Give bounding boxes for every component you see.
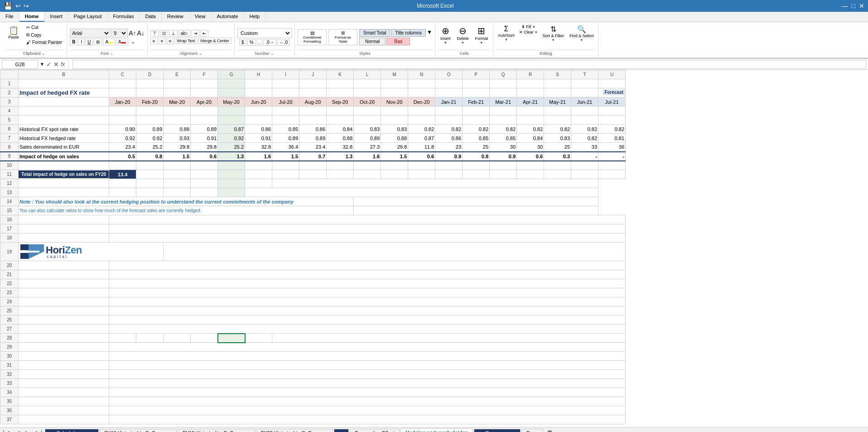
formula-bar-verify-icon[interactable]: ✓ — [46, 61, 52, 68]
tab-add-btn[interactable]: ⊕ — [544, 428, 555, 432]
number-format-dropdown[interactable]: Custom — [237, 28, 292, 38]
font-size-select[interactable]: 9 — [111, 29, 128, 38]
delete-dropdown-arrow[interactable]: ▼ — [461, 41, 464, 45]
col-header-b[interactable]: B — [19, 70, 109, 79]
tab-calculations[interactable]: --- Calculations >>> — [45, 429, 98, 432]
formula-input[interactable] — [72, 60, 866, 69]
find-dropdown-arrow[interactable]: ▼ — [580, 38, 583, 42]
tab-home[interactable]: Home — [19, 12, 45, 22]
align-right-button[interactable]: ≡ — [167, 38, 174, 44]
tab-fy19[interactable]: FY19 Historical to C. Currency — [178, 429, 255, 432]
col-header-l[interactable]: L — [354, 70, 381, 79]
undo-icon[interactable]: ↩ — [15, 2, 21, 10]
format-cells-button[interactable]: ⊞ Format ▼ — [473, 24, 490, 46]
indent-dec-button[interactable]: ⇤ — [200, 30, 208, 37]
tab-fy18[interactable]: FY18 Historical to C. Currency — [100, 429, 177, 432]
tab-automate[interactable]: Automate — [211, 12, 244, 22]
col-header-f[interactable]: F — [191, 70, 218, 79]
col-header-h[interactable]: H — [245, 70, 272, 79]
align-left-button[interactable]: ≡ — [150, 38, 158, 44]
tab-insert[interactable]: Insert — [44, 12, 68, 22]
align-center-button[interactable]: ≡ — [159, 38, 166, 44]
decrease-font-icon[interactable]: A↓ — [137, 29, 144, 37]
format-dropdown-arrow[interactable]: ▼ — [480, 41, 483, 45]
col-header-o[interactable]: O — [435, 70, 463, 79]
tab-fy20[interactable]: FY20 Historical to C. Currency — [256, 429, 333, 432]
col-header-i[interactable]: I — [272, 70, 299, 79]
styles-expand-icon[interactable]: ▼ — [427, 29, 432, 37]
col-header-u[interactable]: U — [598, 70, 626, 79]
tab-file[interactable]: File — [0, 12, 19, 22]
col-header-m[interactable]: M — [381, 70, 408, 79]
copy-button[interactable]: ⧉ Copy — [24, 31, 64, 39]
autosum-dropdown-arrow[interactable]: ▼ — [505, 38, 508, 42]
tab-data[interactable]: Data — [140, 12, 161, 22]
sort-filter-dropdown-arrow[interactable]: ▼ — [551, 38, 555, 42]
tab-next-btn[interactable]: ▶ — [23, 429, 33, 432]
col-header-e[interactable]: E — [164, 70, 191, 79]
border-button[interactable]: ⊞ — [94, 39, 102, 45]
find-select-button[interactable]: 🔍 Find & Select ▼ — [568, 24, 596, 43]
fill-color-button[interactable]: A — [103, 39, 115, 45]
sheet-area[interactable]: B C D E F G H I J K L M N O P Q R — [0, 70, 868, 427]
sort-filter-button[interactable]: ⇅ Sort & Filter ▼ — [540, 24, 566, 43]
align-bottom-button[interactable]: ⊥ — [169, 30, 178, 37]
font-expand-icon[interactable]: ⌄ — [131, 39, 135, 45]
fill-dropdown-arrow[interactable]: ▼ — [532, 25, 535, 29]
tab-first-btn[interactable]: |◀ — [0, 429, 12, 432]
tab-formulas[interactable]: Formulas — [108, 12, 140, 22]
col-header-r[interactable]: R — [517, 70, 544, 79]
col-header-t[interactable]: T — [571, 70, 598, 79]
col-header-n[interactable]: N — [408, 70, 435, 79]
cut-button[interactable]: ✂ Cut — [24, 24, 64, 31]
tab-help[interactable]: Help — [244, 12, 266, 22]
fill-button[interactable]: ⬇ Fill ▼ — [521, 24, 536, 29]
align-top-button[interactable]: ⊤ — [150, 30, 159, 37]
indent-inc-button[interactable]: ⇥ — [191, 30, 199, 37]
redo-icon[interactable]: ↪ — [24, 2, 29, 10]
delete-cells-button[interactable]: ⊖ Delete ▼ — [454, 24, 471, 46]
tab-review[interactable]: Review — [162, 12, 189, 22]
tab-last-btn[interactable]: ▶| — [33, 429, 45, 432]
tab-page-layout[interactable]: Page Layout — [68, 12, 108, 22]
bad-style-button[interactable]: Bad — [386, 38, 410, 45]
insert-cells-button[interactable]: ⊕ Insert ▼ — [438, 24, 453, 46]
col-header-k[interactable]: K — [327, 70, 354, 79]
formula-bar-cancel-icon[interactable]: ✕ — [53, 61, 59, 68]
title-columns-button[interactable]: Title columns — [391, 29, 426, 37]
maximize-btn[interactable]: □ — [852, 2, 855, 10]
tab-dash1[interactable]: --- — [334, 429, 349, 432]
tab-view[interactable]: View — [189, 12, 212, 22]
smart-total-button[interactable]: Smart Total — [359, 29, 390, 37]
increase-font-icon[interactable]: A↑ — [129, 29, 136, 37]
align-middle-button[interactable]: ⊡ — [160, 30, 168, 37]
tab-revenue[interactable]: --- Revenue >>> — [474, 429, 520, 432]
clear-dropdown-arrow[interactable]: ▼ — [535, 30, 538, 34]
bold-button[interactable]: B — [70, 39, 77, 45]
col-header-s[interactable]: S — [544, 70, 571, 79]
col-header-g[interactable]: G — [218, 70, 245, 79]
paste-button[interactable]: 📋 Paste — [5, 24, 23, 42]
tab-transaction[interactable]: Transaction Effect — [350, 429, 400, 432]
name-box-dropdown[interactable]: ▼ — [40, 62, 44, 67]
col-header-j[interactable]: J — [299, 70, 327, 79]
save-icon[interactable]: 💾 — [4, 2, 13, 10]
format-painter-button[interactable]: 🖌 Format Painter — [24, 39, 64, 46]
clipboard-expand-icon[interactable]: ⌄ — [42, 51, 45, 56]
dec-increase-button[interactable]: .0→ — [263, 39, 276, 46]
merge-center-button[interactable]: Merge & Center — [198, 38, 232, 44]
font-name-select[interactable]: Arial — [70, 29, 111, 38]
normal-style-button[interactable]: Normal — [359, 38, 386, 45]
italic-button[interactable]: I — [78, 39, 84, 45]
autosum-button[interactable]: Σ AutoSum ▼ — [496, 24, 516, 43]
tab-prev-btn[interactable]: ◀ — [12, 429, 23, 432]
col-header-d[interactable]: D — [136, 70, 164, 79]
underline-button[interactable]: U — [85, 39, 93, 45]
col-header-q[interactable]: Q — [490, 70, 517, 79]
dec-decrease-button[interactable]: ←.0 — [277, 39, 290, 46]
col-header-c[interactable]: C — [109, 70, 136, 79]
minimize-btn[interactable]: — — [842, 2, 848, 10]
font-dialog-icon[interactable]: ⌄ — [110, 51, 114, 56]
clear-button[interactable]: ✕ Clear ▼ — [518, 29, 539, 35]
alignment-expand-icon[interactable]: ⌄ — [199, 51, 203, 56]
